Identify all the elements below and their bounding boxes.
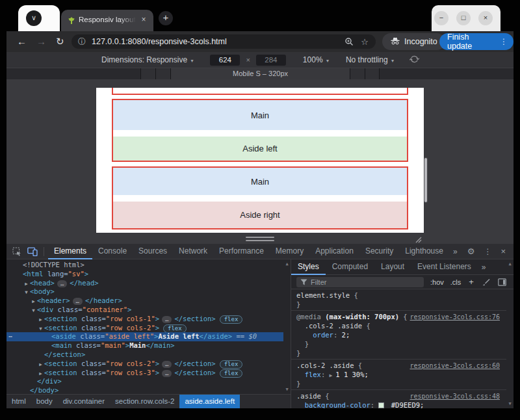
ruler-segment[interactable] [155,68,170,79]
devtools-tab-lighthouse[interactable]: Lighthouse [399,244,449,259]
expand-children-button[interactable]: … [162,316,172,323]
devtools-tab-security[interactable]: Security [359,244,399,259]
dom-tree-node[interactable]: ▶<header>…</header> [6,296,283,306]
expand-arrow-icon[interactable]: ▼ [37,324,44,334]
class-toggle[interactable]: .cls [450,278,462,286]
window-close-button[interactable]: × [478,11,493,25]
dom-tree-node[interactable]: ⋯<aside class="aside left">Aside left</a… [6,332,283,341]
minimize-button[interactable]: − [434,11,448,25]
expand-children-button[interactable]: … [162,361,172,368]
devtools-tab-network[interactable]: Network [173,244,213,259]
devtools-tab-performance[interactable]: Performance [213,244,270,259]
bookmark-star-icon[interactable]: ☆ [361,37,369,47]
tree-scrollbar[interactable]: ▲ ▼ [283,259,291,394]
devtools-drag-handle[interactable] [246,237,274,243]
css-rule-line[interactable]: order: 2; [296,330,506,339]
inspect-element-icon[interactable] [12,247,21,256]
rendering-brush-icon[interactable] [482,278,490,286]
ruler-segment[interactable] [140,68,155,79]
dom-tree-node[interactable]: ▼<section class="row cols-2">flex [6,324,283,333]
css-rule-line[interactable]: flex: ▶ 1 1 30%; [296,370,506,379]
new-style-rule-icon[interactable]: + [469,277,474,287]
styles-tab-event-listeners[interactable]: Event Listeners [411,259,478,275]
zoom-dropdown[interactable]: 100% ▾ [303,55,329,64]
styles-tab-layout[interactable]: Layout [374,259,411,275]
ruler-segment[interactable] [350,68,365,79]
dom-tree-node[interactable]: ▶<section class="row cols-3">…</section>… [6,369,283,378]
expand-arrow-icon[interactable]: ▶ [37,315,44,324]
dom-tree-node[interactable]: ▶<head>…</head> [6,279,283,288]
css-rule-line[interactable]: background-color: #D9EED9; [296,400,506,408]
expand-children-button[interactable]: … [162,370,172,377]
rotate-icon[interactable] [406,52,421,67]
device-toolbar-toggle-icon[interactable] [27,247,38,256]
color-swatch[interactable] [378,402,384,408]
more-tabs-icon[interactable]: » [449,247,461,256]
tab-close-icon[interactable]: × [138,15,149,25]
ruler-segment-mobile-s[interactable]: Mobile S – 320px [170,68,350,79]
finish-update-button[interactable]: Finish update ⋮ [439,33,514,50]
scroll-down-icon[interactable]: ▼ [506,401,514,406]
dom-tree-node[interactable]: ▶<section class="row cols-2">…</section>… [6,360,283,369]
browser-tab[interactable]: Responsiv layout, 3 kolu × [61,10,153,31]
hover-state-toggle[interactable]: :hov [430,278,444,286]
styles-filter-input[interactable]: Filter [296,277,424,287]
devtools-close-icon[interactable]: × [500,246,506,256]
flex-badge[interactable]: flex [220,360,243,369]
reload-icon[interactable]: ↻ [56,36,64,47]
expand-children-button[interactable]: … [57,280,67,287]
expand-arrow-icon[interactable]: ▶ [37,360,44,369]
css-rule-line[interactable]: } [296,379,506,388]
dom-tree-node[interactable]: </div> [6,377,283,386]
expand-arrow-icon[interactable]: ▶ [30,297,37,306]
dom-tree-node[interactable]: ▶<section class="row cols-1">…</section>… [6,315,283,324]
devtools-tab-application[interactable]: Application [309,244,359,259]
flex-badge[interactable]: flex [220,369,243,378]
expand-children-button[interactable]: … [73,298,83,305]
dock-panel-icon[interactable] [498,278,506,286]
devtools-tab-sources[interactable]: Sources [133,244,173,259]
devtools-tab-elements[interactable]: Elements [48,244,92,259]
devtools-tab-console[interactable]: Console [92,244,133,259]
dimensions-dropdown[interactable]: Dimensions: Responsive ▾ [101,55,193,64]
dom-tree-node[interactable]: <main class="main">Main</main> [6,341,283,350]
css-rule-line[interactable]: } [296,339,506,348]
css-rule-line[interactable]: } [296,348,506,358]
dom-tree-node[interactable]: <!DOCTYPE html> [6,261,283,270]
stylesheet-link[interactable]: responsive-3cols.css:76 [410,313,500,321]
node-menu-icon[interactable]: ⋯ [8,332,12,341]
expand-arrow-icon[interactable]: ▼ [30,306,37,315]
back-icon[interactable]: ← [17,36,27,47]
flex-badge[interactable]: flex [220,315,243,324]
maximize-button[interactable]: □ [456,11,471,25]
new-tab-button[interactable]: + [159,11,173,25]
dom-tree-node[interactable]: </body> [6,386,283,394]
more-tabs-icon[interactable]: » [478,263,489,272]
css-rule-line[interactable]: .cols-2 .aside { [296,321,506,330]
css-rule-line[interactable]: } [296,300,506,309]
breadcrumb-item-section-row-cols-2[interactable]: section.row.cols-2 [110,395,179,408]
height-input[interactable]: 284 [256,55,286,66]
address-bar[interactable]: ⓘ 127.0.0.1:8080/responsive-3cols.html ☆ [72,34,376,49]
scroll-up-icon[interactable]: ▲ [283,261,291,267]
stylesheet-link[interactable]: responsive-3cols.css:48 [410,393,500,400]
page-scrollbar[interactable] [424,158,427,202]
breadcrumb-item-html[interactable]: html [6,395,31,408]
styles-tab-styles[interactable]: Styles [291,259,326,275]
dom-tree-node[interactable]: </section> [6,350,283,360]
flex-badge[interactable]: flex [163,324,187,333]
styles-tab-computed[interactable]: Computed [326,259,374,275]
tab-search-button[interactable]: ∨ [26,10,42,26]
expand-arrow-icon[interactable]: ▶ [37,369,44,378]
expand-arrow-icon[interactable]: ▶ [23,280,30,289]
dom-tree-node[interactable]: ▼<div class="container"> [6,306,283,315]
scroll-up-icon[interactable]: ▲ [506,261,514,267]
throttling-dropdown[interactable]: No throttling ▾ [346,55,394,64]
browser-menu-icon[interactable]: ⋮ [500,37,508,46]
breadcrumb-item-div-container[interactable]: div.container [58,395,110,408]
url-text[interactable]: 127.0.0.1:8080/responsive-3cols.html [92,37,344,46]
breadcrumb-item-body[interactable]: body [31,395,58,408]
devtools-menu-icon[interactable]: ⋮ [484,247,491,256]
styles-scrollbar[interactable]: ▲ ▼ [506,259,514,408]
stylesheet-link[interactable]: responsive-3cols.css:60 [410,362,500,369]
